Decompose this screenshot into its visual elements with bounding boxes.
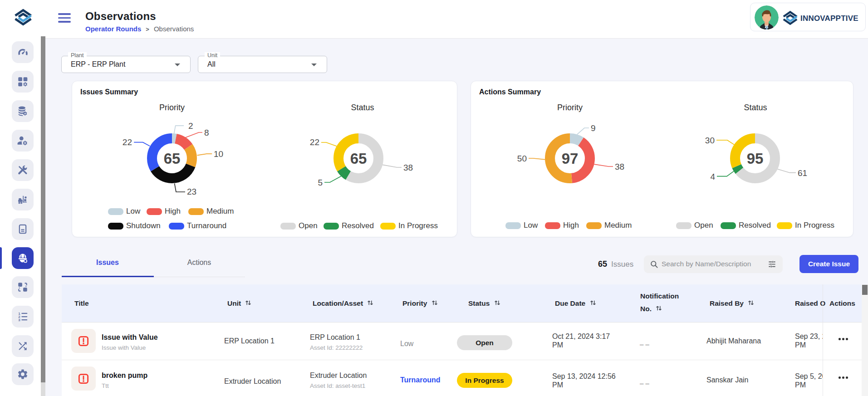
svg-text:8: 8 bbox=[204, 128, 209, 137]
svg-text:10: 10 bbox=[214, 149, 223, 159]
svg-text:65: 65 bbox=[350, 150, 367, 167]
svg-text:65: 65 bbox=[164, 150, 181, 167]
svg-text:38: 38 bbox=[403, 163, 413, 172]
svg-text:61: 61 bbox=[798, 168, 807, 178]
svg-text:23: 23 bbox=[187, 187, 196, 196]
svg-text:Priority: Priority bbox=[557, 103, 583, 112]
svg-text:38: 38 bbox=[615, 162, 624, 171]
svg-text:22: 22 bbox=[310, 137, 319, 147]
svg-text:30: 30 bbox=[705, 136, 715, 145]
svg-text:9: 9 bbox=[591, 123, 596, 133]
svg-text:Status: Status bbox=[351, 103, 374, 112]
svg-text:95: 95 bbox=[747, 150, 764, 167]
svg-text:97: 97 bbox=[562, 150, 579, 167]
svg-text:2: 2 bbox=[188, 121, 193, 131]
svg-text:Status: Status bbox=[744, 103, 767, 112]
svg-text:5: 5 bbox=[318, 178, 323, 187]
svg-text:Priority: Priority bbox=[159, 103, 185, 112]
svg-text:3: 3 bbox=[18, 318, 20, 322]
svg-text:50: 50 bbox=[517, 154, 527, 163]
svg-text:22: 22 bbox=[123, 137, 132, 147]
svg-text:4: 4 bbox=[710, 172, 715, 181]
